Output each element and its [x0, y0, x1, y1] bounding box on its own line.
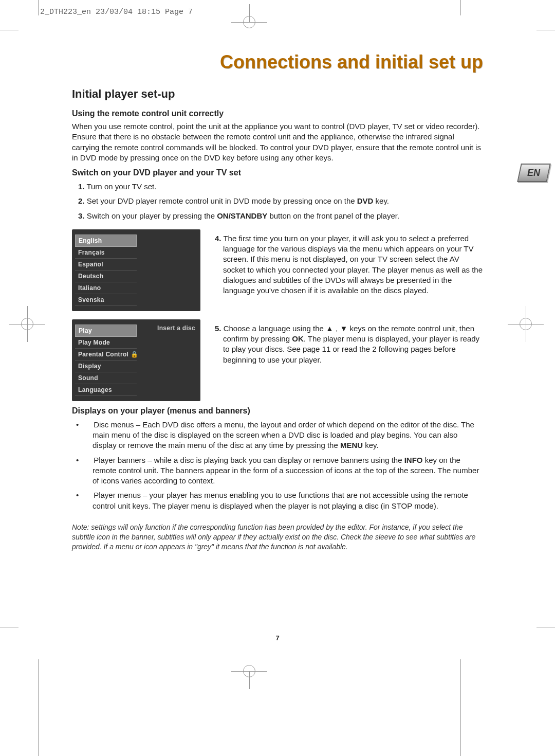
step-number: 5.	[215, 324, 221, 333]
bullet-icon: •	[84, 420, 91, 430]
step-bold: DVD	[357, 196, 374, 205]
page-content: Connections and initial set up Initial p…	[72, 51, 483, 551]
step-number: 3.	[78, 211, 85, 220]
arrow-down-icon: ▼	[340, 324, 347, 333]
menu-item: Play Mode	[75, 337, 137, 349]
menu-item: English	[75, 235, 137, 247]
page-number: 7	[275, 634, 279, 642]
menu-item: Español	[75, 259, 137, 271]
note-paragraph: Note: settings will only function if the…	[72, 523, 483, 552]
menu-item: Display	[75, 361, 137, 372]
language-badge: EN	[517, 164, 551, 182]
menu-item: Deutsch	[75, 271, 137, 282]
registration-mark	[231, 4, 267, 40]
menu-item: Parental Control🔒	[75, 349, 137, 361]
step-text: ,	[334, 324, 340, 333]
bullet-text: key.	[363, 441, 379, 449]
bullet-icon: •	[84, 455, 91, 465]
step-bold: OK	[292, 334, 304, 343]
crop-tick	[0, 627, 18, 627]
step-text: Turn on your TV set.	[86, 182, 156, 191]
bullet-icon: •	[84, 490, 91, 500]
registration-mark	[231, 653, 267, 689]
step-3: 3. Switch on your player by pressing the…	[72, 211, 483, 221]
step-text: key.	[373, 196, 389, 205]
step-number: 4.	[215, 234, 221, 243]
step-5: 5. Choose a language using the ▲ , ▼ key…	[214, 323, 483, 365]
step-text: Switch on your player by pressing the	[87, 211, 217, 220]
bullet-text: Player menus – your player has menus ena…	[92, 491, 468, 510]
menu-item: Play	[75, 325, 137, 337]
crop-tick	[38, 0, 39, 15]
registration-mark	[9, 306, 45, 342]
step-text: Choose a language using the	[224, 324, 326, 333]
bullet-bold: INFO	[404, 456, 423, 464]
step-text: The first time you turn on your player, …	[223, 234, 483, 295]
crop-tick	[38, 659, 39, 756]
paragraph: When you use remote control, point the u…	[72, 121, 483, 163]
arrow-up-icon: ▲	[326, 324, 334, 333]
bullet-player-banners: • Player banners – while a disc is playi…	[72, 455, 483, 487]
crop-header: 2_DTH223_en 23/03/04 18:15 Page 7	[40, 8, 193, 16]
menu-item: Languages	[75, 384, 137, 396]
subheading-remote: Using the remote control unit correctly	[72, 109, 483, 118]
lock-icon: 🔒	[131, 351, 138, 358]
registration-mark	[508, 306, 544, 342]
chapter-title: Connections and initial set up	[72, 51, 483, 73]
bullet-text: Player banners – while a disc is playing…	[94, 456, 404, 464]
step-bold: ON/STANDBY	[217, 211, 267, 220]
subheading-displays: Displays on your player (menus and banne…	[72, 406, 483, 416]
bullet-text: Disc menus – Each DVD disc offers a menu…	[92, 420, 474, 450]
bullet-disc-menus: • Disc menus – Each DVD disc offers a me…	[72, 420, 483, 451]
menu-item: Français	[75, 247, 137, 259]
step-4: 4. The first time you turn on your playe…	[214, 233, 483, 296]
section-heading: Initial player set-up	[72, 87, 483, 101]
step-text: Set your DVD player remote control unit …	[87, 196, 357, 205]
crop-tick	[460, 0, 461, 15]
bullet-bold: MENU	[340, 441, 363, 449]
language-badge-text: EN	[527, 168, 540, 178]
crop-tick	[536, 30, 555, 30]
step-number: 2.	[78, 196, 85, 205]
menu-item: Sound	[75, 372, 137, 384]
player-menu-screenshot: Insert a disc Play Play Mode Parental Co…	[72, 319, 200, 401]
language-menu-screenshot: English Français Español Deutsch Italian…	[72, 229, 200, 311]
menu-hint: Insert a disc	[157, 325, 195, 332]
step-1: 1. Turn on your TV set.	[72, 182, 483, 192]
step-2: 2. Set your DVD player remote control un…	[72, 196, 483, 206]
step-number: 1.	[78, 182, 85, 191]
step-text: button on the front panel of the player.	[267, 211, 399, 220]
menu-item: Italiano	[75, 282, 137, 294]
crop-tick	[0, 30, 18, 30]
crop-tick	[536, 627, 555, 627]
menu-item: Svenska	[75, 294, 137, 306]
subheading-switch-on: Switch on your DVD player and your TV se…	[72, 168, 483, 177]
bullet-player-menus: • Player menus – your player has menus e…	[72, 490, 483, 511]
crop-tick	[460, 659, 461, 756]
